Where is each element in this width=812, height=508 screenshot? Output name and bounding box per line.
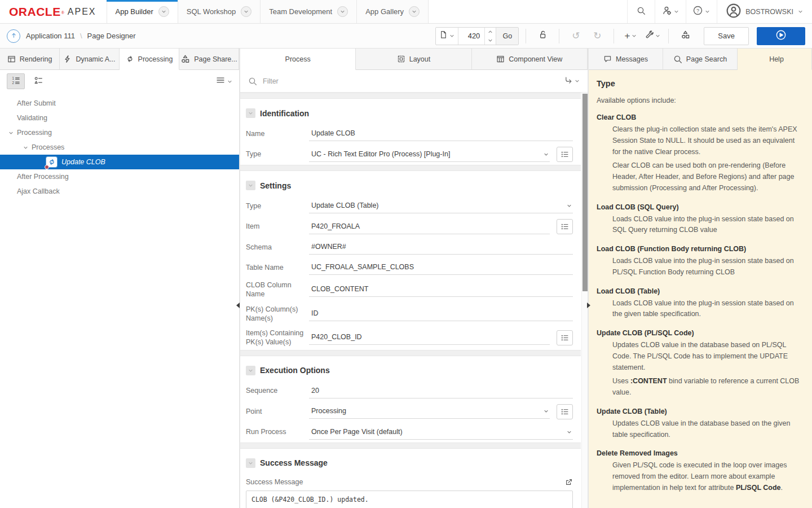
code-editor[interactable]: CLOB (&P420_CLOB_ID.) updated. xyxy=(246,491,573,508)
tree-node-validating[interactable]: Validating xyxy=(0,111,239,125)
field-control-clob-column-name xyxy=(309,282,573,297)
center-tab-layout[interactable]: Layout xyxy=(356,49,471,70)
shared-components-button[interactable] xyxy=(676,27,695,45)
help-menu-button[interactable]: ? xyxy=(686,0,717,23)
toolbar-actions: Go ↺ ↻ + Save xyxy=(435,27,805,45)
search-icon xyxy=(248,77,257,86)
global-search-button[interactable] xyxy=(627,0,655,23)
center-tab-component-view[interactable]: Component View xyxy=(472,49,588,70)
left-tab-rendering[interactable]: Rendering xyxy=(0,49,60,70)
redo-button[interactable]: ↻ xyxy=(588,27,607,45)
undo-button[interactable]: ↺ xyxy=(566,27,585,45)
tree-node-processes[interactable]: Processes xyxy=(0,140,239,155)
help-title: Type xyxy=(597,79,802,88)
select-value[interactable]: Once Per Page Visit (default) xyxy=(311,428,563,436)
go-to-group-button[interactable] xyxy=(564,76,580,86)
processing-order-view-button[interactable]: 12 xyxy=(7,73,25,89)
breadcrumb-application-link[interactable]: Application 111 xyxy=(26,32,75,40)
left-tab-page-share[interactable]: Page Share... xyxy=(179,49,239,70)
tree-node-update-clob[interactable]: Update CLOB xyxy=(0,155,239,169)
field-pk-s-column-s-name-s: PK(s) Column(s) Name(s) xyxy=(240,302,581,326)
text-input[interactable] xyxy=(311,129,572,137)
collapse-section-button[interactable] xyxy=(246,366,255,375)
quick-pick-button[interactable] xyxy=(557,330,573,345)
expand-editor-button[interactable] xyxy=(565,478,573,486)
text-input[interactable] xyxy=(311,309,572,317)
quick-pick-button[interactable] xyxy=(557,147,573,162)
text-input[interactable] xyxy=(311,285,572,293)
right-tab-messages[interactable]: Messages xyxy=(589,49,663,70)
tree-node-ajax-callback[interactable]: Ajax Callback xyxy=(0,184,239,199)
utilities-menu-button[interactable] xyxy=(642,27,661,45)
collapse-section-button[interactable] xyxy=(246,108,255,118)
chevron-down-icon xyxy=(409,6,420,17)
tree-menu-button[interactable] xyxy=(216,76,232,87)
page-number-stepper[interactable] xyxy=(484,28,496,45)
chevron-down-icon xyxy=(567,427,572,437)
tab-label: Messages xyxy=(616,55,648,63)
left-tab-processing[interactable]: Processing xyxy=(120,49,179,70)
nav-tab-label: App Gallery xyxy=(365,7,404,16)
tree-expand-chevron-icon[interactable] xyxy=(5,130,17,135)
header-actions: ? BOSTROWSKI xyxy=(627,0,812,23)
nav-tab-team-development[interactable]: Team Development xyxy=(260,0,356,23)
svg-text:2: 2 xyxy=(12,80,14,84)
center-tab-process[interactable]: Process xyxy=(240,49,356,70)
quick-pick-button[interactable] xyxy=(557,219,573,234)
text-input[interactable] xyxy=(311,222,549,230)
process-icon xyxy=(46,157,57,167)
text-input[interactable] xyxy=(311,387,572,395)
text-input[interactable] xyxy=(311,333,549,341)
nav-tab-app-gallery[interactable]: App Gallery xyxy=(356,0,429,23)
field-control-item-s-containing-pk-s-value-s xyxy=(309,330,550,345)
shapes-icon xyxy=(681,30,690,42)
chevron-down-icon xyxy=(227,79,232,84)
page-number-input[interactable] xyxy=(458,28,484,45)
columns-icon xyxy=(496,55,505,63)
svg-text:?: ? xyxy=(696,8,699,14)
page-designer-toolbar: Application 111 \ Page Designer Go ↺ ↻ +… xyxy=(0,24,812,49)
registered-mark: ® xyxy=(61,11,64,15)
run-page-button[interactable] xyxy=(757,27,805,45)
stepper-down-icon xyxy=(488,36,493,45)
user-menu[interactable]: BOSTROWSKI xyxy=(717,0,812,23)
create-menu-button[interactable]: + xyxy=(621,27,640,45)
left-splitter-collapse[interactable] xyxy=(236,303,240,308)
left-tab-dynamic-a[interactable]: Dynamic A... xyxy=(60,49,120,70)
tree-expand-chevron-icon[interactable] xyxy=(19,145,32,150)
select-value[interactable]: Update CLOB (Table) xyxy=(311,202,563,209)
chevron-down-icon xyxy=(449,33,454,38)
text-input[interactable] xyxy=(311,263,572,271)
administration-menu-button[interactable] xyxy=(655,0,686,23)
select-value[interactable]: Processing xyxy=(311,407,540,415)
save-button[interactable]: Save xyxy=(704,27,749,45)
collapse-section-button[interactable] xyxy=(246,181,255,190)
page-lock-button[interactable] xyxy=(533,27,552,45)
nav-tab-sql-workshop[interactable]: SQL Workshop xyxy=(178,0,260,23)
nav-tab-label: App Builder xyxy=(116,7,153,16)
field-control-type: UC - Rich Text Editor Pro (Process) [Plu… xyxy=(309,147,550,162)
tree-node-after-submit[interactable]: After Submit xyxy=(0,96,239,111)
undo-icon: ↺ xyxy=(572,31,580,41)
scrollbar-thumb[interactable] xyxy=(582,94,588,291)
tree-node-label: After Processing xyxy=(17,173,69,181)
help-definition: Updates CLOB value in the database based… xyxy=(612,418,802,441)
right-tab-page-search[interactable]: Page Search xyxy=(663,49,738,70)
nav-tab-app-builder[interactable]: App Builder xyxy=(107,0,178,23)
quick-pick-button[interactable] xyxy=(557,404,573,419)
filter-input[interactable] xyxy=(263,77,559,85)
center-panel-tabs: ProcessLayoutComponent View xyxy=(240,49,588,70)
object-type-view-button[interactable] xyxy=(29,73,47,89)
select-value[interactable]: UC - Rich Text Editor Pro (Process) [Plu… xyxy=(311,150,540,158)
section-separator xyxy=(240,350,581,356)
right-tab-help[interactable]: Help xyxy=(738,49,812,70)
right-splitter-collapse[interactable] xyxy=(587,303,590,308)
field-label: Item(s) Containing PK(s) Value(s) xyxy=(246,329,309,347)
go-button[interactable]: Go xyxy=(496,28,518,45)
text-input[interactable] xyxy=(311,243,572,251)
tree-node-after-processing[interactable]: After Processing xyxy=(0,169,239,184)
page-finder-button[interactable] xyxy=(436,28,458,45)
collapse-section-button[interactable] xyxy=(246,458,255,468)
tree-node-processing[interactable]: Processing xyxy=(0,125,239,140)
go-up-button[interactable] xyxy=(7,29,20,43)
